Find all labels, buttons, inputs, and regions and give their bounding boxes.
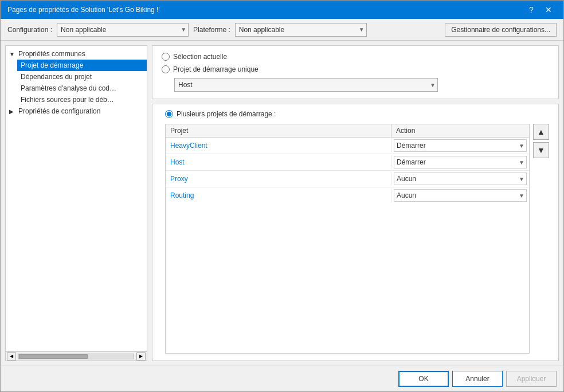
single-project-select[interactable]: Host [174,78,438,92]
project-cell-routing: Routing [166,189,391,202]
table-row: Host Démarrer Aucun Démarrer sans déboga… [166,154,529,171]
tree-group-common-props[interactable]: ▼ Propriétés communes [6,48,147,60]
options-section: Sélection actuelle Projet de démarrage u… [152,45,559,99]
table-side-buttons: ▲ ▼ [533,124,549,354]
tree-item-source-files[interactable]: Fichiers sources pour le déb… [17,94,147,105]
table-header: Projet Action [166,124,529,138]
radio-multi-label[interactable]: Plusieurs projets de démarrage : [177,110,276,118]
help-button[interactable]: ? [523,3,539,17]
action-cell-heavy: Démarrer Aucun Démarrer sans débogage ▼ [391,138,529,154]
radio-single-label[interactable]: Projet de démarrage unique [173,65,258,73]
project-table: Projet Action HeavyClient Démarrer Aucun [165,124,530,354]
tree-item-analysis[interactable]: Paramètres d'analyse du cod… [17,83,147,94]
single-project-select-wrapper: Host ▼ [174,78,438,92]
scroll-track[interactable] [18,354,134,359]
platform-select-wrapper: Non applicable ▼ [235,23,367,37]
radio-single-startup[interactable] [162,65,170,73]
source-files-label: Fichiers sources pour le déb… [21,96,114,104]
startup-project-label: Projet de démarrage [21,61,83,69]
dependencies-label: Dépendances du projet [21,73,92,81]
apply-button[interactable]: Appliquer [506,371,557,387]
config-label: Configuration : [7,26,52,34]
config-select-wrapper: Non applicable ▼ [57,23,189,37]
tree-item-dependencies[interactable]: Dépendances du projet [17,71,147,83]
routing-action-wrapper: Aucun Démarrer Démarrer sans débogage ▼ [394,189,527,202]
move-down-button[interactable]: ▼ [533,142,549,158]
config-props-label: Propriétés de configuration [18,107,100,115]
cancel-button[interactable]: Annuler [452,371,503,387]
ok-button[interactable]: OK [398,371,449,387]
title-controls: ? ✕ [523,3,557,17]
toolbar: Configuration : Non applicable ▼ Platefo… [1,19,563,41]
scroll-left-button[interactable]: ◀ [7,352,16,360]
host-action-select[interactable]: Démarrer Aucun Démarrer sans débogage [394,156,527,168]
title-bar: Pages de propriétés de Solution 'Let's G… [1,1,563,19]
expand-common-props-icon: ▼ [9,51,16,57]
tree-scrollbar: ◀ ▶ [6,351,147,360]
table-row: Proxy Aucun Démarrer Démarrer sans débog… [166,171,529,187]
routing-action-select[interactable]: Aucun Démarrer Démarrer sans débogage [394,189,527,202]
radio-current-row: Sélection actuelle [162,53,549,61]
single-project-dropdown-row: Host ▼ [162,78,549,92]
tree-common-children: Projet de démarrage Dépendances du proje… [6,60,147,105]
analysis-label: Paramètres d'analyse du cod… [21,84,116,92]
project-cell-host: Host [166,155,391,169]
right-panel: Sélection actuelle Projet de démarrage u… [152,45,559,361]
proxy-action-select[interactable]: Aucun Démarrer Démarrer sans débogage [394,173,527,185]
project-cell-proxy: Proxy [166,172,391,186]
action-cell-routing: Aucun Démarrer Démarrer sans débogage ▼ [391,187,529,203]
main-dialog: Pages de propriétés de Solution 'Let's G… [0,0,564,392]
common-props-label: Propriétés communes [18,50,85,58]
radio-multi-startup[interactable] [165,110,173,118]
multi-header-row: Plusieurs projets de démarrage : [165,110,549,118]
manage-configs-button[interactable]: Gestionnaire de configurations... [445,23,557,37]
footer: OK Annuler Appliquer [1,366,563,391]
platform-select[interactable]: Non applicable [235,23,367,37]
content-area: ▼ Propriétés communes Projet de démarrag… [1,41,563,366]
radio-current-label[interactable]: Sélection actuelle [173,53,227,61]
table-row: HeavyClient Démarrer Aucun Démarrer sans… [166,138,529,154]
col-header-project: Projet [166,124,391,137]
dialog-title: Pages de propriétés de Solution 'Let's G… [7,6,523,14]
scroll-right-button[interactable]: ▶ [136,352,146,360]
tree-item-startup-project[interactable]: Projet de démarrage [17,60,147,71]
heavy-action-select[interactable]: Démarrer Aucun Démarrer sans débogage [394,139,527,152]
config-select[interactable]: Non applicable [57,23,189,37]
host-action-wrapper: Démarrer Aucun Démarrer sans débogage ▼ [394,156,527,168]
tree-panel: ▼ Propriétés communes Projet de démarrag… [5,45,147,361]
project-cell-heavy: HeavyClient [166,139,391,152]
expand-config-props-icon: ▶ [9,108,16,115]
action-cell-proxy: Aucun Démarrer Démarrer sans débogage ▼ [391,171,529,187]
radio-single-row: Projet de démarrage unique [162,65,549,73]
close-button[interactable]: ✕ [540,3,557,17]
project-table-wrapper: Projet Action HeavyClient Démarrer Aucun [165,124,549,354]
scroll-thumb [19,354,88,359]
heavy-action-wrapper: Démarrer Aucun Démarrer sans débogage ▼ [394,139,527,152]
col-header-action: Action [391,124,529,137]
table-row: Routing Aucun Démarrer Démarrer sans déb… [166,187,529,203]
proxy-action-wrapper: Aucun Démarrer Démarrer sans débogage ▼ [394,173,527,185]
move-up-button[interactable]: ▲ [533,124,549,140]
radio-current-selection[interactable] [162,53,170,61]
action-cell-host: Démarrer Aucun Démarrer sans débogage ▼ [391,154,529,170]
tree-content: ▼ Propriétés communes Projet de démarrag… [6,46,147,351]
tree-group-config-props[interactable]: ▶ Propriétés de configuration [6,105,147,117]
platform-label: Plateforme : [193,26,230,34]
multi-startup-section: Plusieurs projets de démarrage : Projet … [152,104,559,361]
